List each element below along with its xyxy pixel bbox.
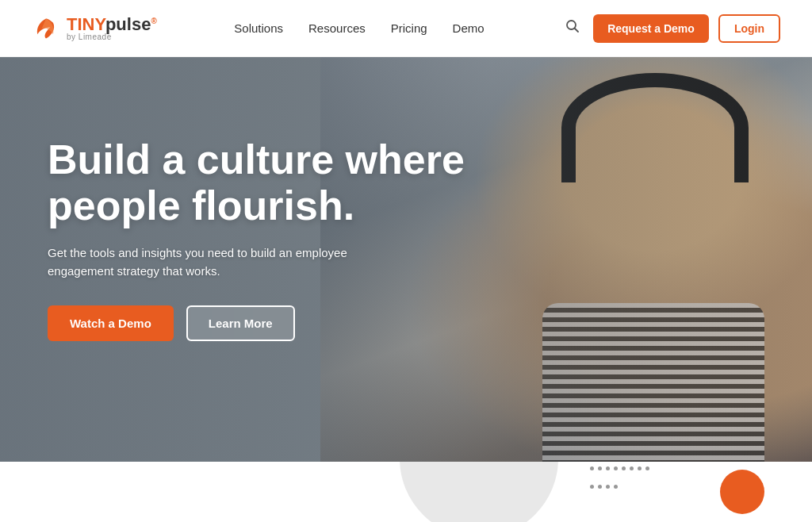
logo-pulse: pulse — [105, 14, 151, 34]
search-button[interactable] — [561, 15, 584, 41]
logo-leaf-icon — [32, 14, 60, 43]
nav-item-solutions[interactable]: Solutions — [234, 21, 283, 35]
hero-title: Build a culture where people flourish. — [48, 136, 476, 228]
teaser-circle-orange — [720, 470, 764, 514]
header-actions: Request a Demo Login — [561, 14, 780, 43]
logo-brand: TINYpulse® — [67, 16, 157, 33]
logo[interactable]: TINYpulse® by Limeade — [32, 14, 157, 43]
logo-text: TINYpulse® by Limeade — [67, 16, 157, 41]
bottom-teaser — [0, 462, 812, 522]
learn-more-button[interactable]: Learn More — [186, 305, 295, 341]
search-icon — [565, 18, 580, 34]
nav-item-pricing[interactable]: Pricing — [391, 21, 427, 35]
main-nav: Solutions Resources Pricing Demo — [234, 21, 484, 35]
teaser-dots — [590, 466, 653, 498]
logo-sublabel: by Limeade — [67, 33, 157, 41]
hero-section: Build a culture where people flourish. G… — [0, 57, 812, 462]
nav-item-demo[interactable]: Demo — [453, 21, 485, 35]
site-header: TINYpulse® by Limeade Solutions Resource… — [0, 0, 812, 57]
hero-buttons: Watch a Demo Learn More — [48, 305, 476, 341]
hero-content: Build a culture where people flourish. G… — [48, 136, 476, 341]
hero-subtitle: Get the tools and insights you need to b… — [48, 244, 381, 280]
teaser-circle-gray — [400, 462, 558, 522]
request-demo-button[interactable]: Request a Demo — [593, 14, 709, 43]
svg-line-1 — [575, 29, 579, 33]
login-button[interactable]: Login — [718, 14, 780, 43]
nav-item-resources[interactable]: Resources — [308, 21, 366, 35]
watch-demo-button[interactable]: Watch a Demo — [48, 305, 174, 341]
logo-tiny: TINY — [67, 14, 105, 34]
